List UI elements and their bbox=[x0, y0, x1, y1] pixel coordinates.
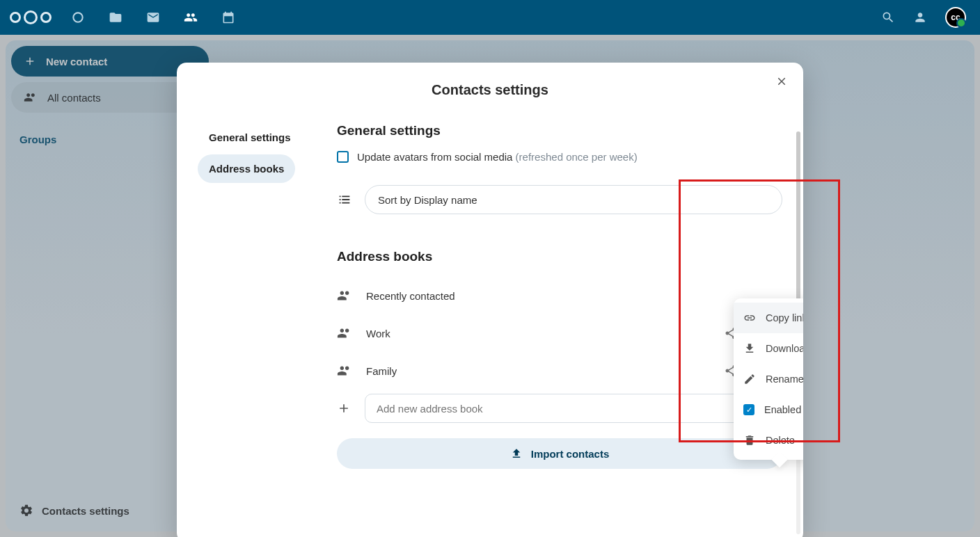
menu-item-copy-link[interactable]: Copy link bbox=[734, 303, 803, 333]
menu-label: Enabled bbox=[764, 404, 801, 415]
user-avatar[interactable]: cc bbox=[945, 7, 966, 28]
topbar: cc bbox=[0, 0, 980, 35]
close-icon[interactable] bbox=[775, 75, 788, 88]
address-book-label: Family bbox=[366, 365, 704, 377]
people-icon bbox=[337, 363, 352, 378]
settings-modal: Contacts settings General settings Addre… bbox=[177, 63, 803, 537]
people-icon bbox=[337, 326, 352, 341]
address-book-row: Recently contacted bbox=[337, 277, 782, 314]
topbar-nav bbox=[71, 10, 235, 24]
address-book-label: Recently contacted bbox=[366, 290, 782, 302]
menu-item-rename[interactable]: Rename bbox=[734, 364, 803, 394]
address-books-heading: Address books bbox=[337, 249, 782, 264]
trash-icon bbox=[743, 434, 756, 447]
menu-label: Download bbox=[766, 343, 803, 354]
main-area: New contact All contacts Groups Contacts… bbox=[0, 35, 980, 537]
update-avatars-checkbox-row[interactable]: Update avatars from social media (refres… bbox=[337, 151, 782, 163]
sort-select-value: Sort by Display name bbox=[378, 194, 477, 206]
modal-title: Contacts settings bbox=[177, 63, 803, 98]
menu-label: Rename bbox=[766, 374, 803, 385]
general-settings-heading: General settings bbox=[337, 123, 782, 138]
calendar-icon[interactable] bbox=[221, 10, 235, 24]
logo-dot-icon bbox=[24, 10, 38, 24]
sort-select[interactable]: Sort by Display name bbox=[365, 185, 782, 214]
checkbox-icon[interactable] bbox=[337, 151, 349, 163]
modal-nav: General settings Address books bbox=[177, 123, 330, 537]
import-contacts-button[interactable]: Import contacts bbox=[337, 438, 782, 469]
checkbox-checked-icon: ✓ bbox=[743, 404, 754, 415]
contacts-menu-icon[interactable] bbox=[913, 10, 927, 24]
logo-dot-icon bbox=[40, 12, 52, 23]
add-address-book-input-wrap bbox=[365, 394, 782, 423]
address-book-context-menu: Copy link Download Rename ✓ Enabled bbox=[734, 298, 803, 460]
nav-general-settings[interactable]: General settings bbox=[198, 123, 302, 152]
logo-dot-icon bbox=[10, 12, 21, 23]
address-book-label: Work bbox=[366, 328, 704, 339]
update-avatars-hint: (refreshed once per week) bbox=[516, 151, 638, 163]
add-address-book-input[interactable] bbox=[377, 403, 755, 415]
menu-item-download[interactable]: Download bbox=[734, 333, 803, 364]
app-logo[interactable] bbox=[10, 10, 52, 24]
menu-item-delete[interactable]: Delete bbox=[734, 425, 803, 456]
contacts-app-icon[interactable] bbox=[184, 10, 198, 24]
nav-address-books[interactable]: Address books bbox=[198, 154, 295, 183]
upload-icon bbox=[510, 447, 523, 460]
search-icon[interactable] bbox=[881, 10, 895, 24]
files-icon[interactable] bbox=[109, 10, 122, 24]
menu-label: Copy link bbox=[766, 312, 803, 323]
dashboard-icon[interactable] bbox=[71, 10, 85, 24]
import-contacts-label: Import contacts bbox=[531, 448, 610, 460]
menu-label: Delete bbox=[766, 435, 795, 446]
people-icon bbox=[337, 288, 352, 303]
modal-content: General settings Update avatars from soc… bbox=[330, 123, 803, 537]
list-icon bbox=[337, 192, 352, 207]
link-icon bbox=[743, 312, 756, 324]
add-address-book-row bbox=[337, 394, 782, 423]
address-book-row: Family bbox=[337, 352, 782, 390]
pencil-icon bbox=[743, 373, 756, 385]
plus-icon bbox=[337, 401, 351, 415]
address-book-row: Work bbox=[337, 314, 782, 352]
update-avatars-label: Update avatars from social media bbox=[357, 151, 512, 163]
mail-icon[interactable] bbox=[146, 10, 160, 24]
download-icon bbox=[743, 342, 756, 355]
menu-item-enabled[interactable]: ✓ Enabled bbox=[734, 394, 803, 425]
svg-point-0 bbox=[73, 13, 82, 22]
